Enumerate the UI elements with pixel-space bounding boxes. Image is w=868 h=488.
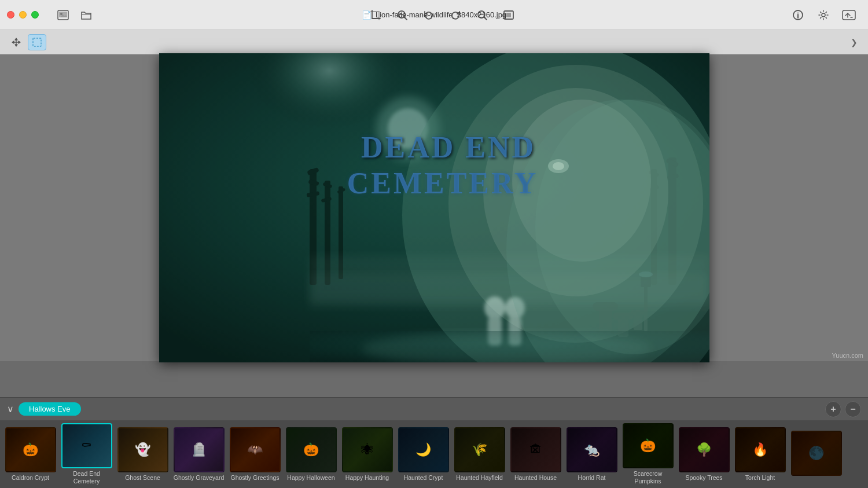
thumbnail-label-haunted-crypt: Haunted Crypt	[404, 474, 443, 482]
thumbnail-label-caldron-crypt: Caldron Crypt	[12, 474, 49, 482]
remove-category-button[interactable]: −	[845, 401, 861, 417]
thumbnail-image-horrid-rat: 🐀	[567, 427, 617, 472]
thumbnail-image-haunted-house: 🏚	[510, 427, 561, 472]
thumbnail-haunted-crypt[interactable]: 🌙Haunted Crypt	[396, 427, 450, 482]
thumbnail-image-caldron-crypt: 🎃	[5, 427, 56, 472]
thumbnail-haunted-hayfield[interactable]: 🌾Haunted Hayfield	[453, 427, 506, 482]
thumbnail-label-horrid-rat: Horrid Rat	[578, 474, 606, 482]
thumbnail-image-happy-halloween: 🎃	[286, 427, 337, 472]
svg-point-2	[60, 13, 62, 15]
thumbnail-icon-ghostly-graveyard: 🪦	[175, 428, 223, 471]
thumbnail-image-ghost-scene: 👻	[117, 427, 168, 472]
thumbnail-ghostly-greetings[interactable]: 🦇Ghostly Greetings	[228, 427, 282, 482]
thumbnail-ghostly-graveyard[interactable]: 🪦Ghostly Graveyard	[172, 427, 226, 482]
thumbnail-icon-ghostly-greetings: 🦇	[231, 428, 279, 471]
category-bar: ∨ Hallows Eve + −	[0, 397, 868, 420]
bottom-panel: ∨ Hallows Eve + − 🎃Caldron Crypt⚰Dead En…	[0, 397, 868, 488]
category-bar-controls: + −	[825, 401, 861, 417]
close-button[interactable]	[7, 11, 14, 19]
thumbnail-icon-happy-halloween: 🎃	[287, 428, 336, 471]
thumbnail-label-happy-haunting: Happy Haunting	[345, 474, 389, 482]
thumbnail-dead-end-cemetery[interactable]: ⚰Dead End Cemetery	[60, 423, 113, 485]
thumbnail-icon-scarecrow-pumpkins: 🎃	[624, 424, 672, 467]
thumbnail-happy-halloween[interactable]: 🎃Happy Halloween	[284, 427, 338, 482]
thumbnail-torch-light[interactable]: 🔥Torch Light	[733, 427, 787, 482]
thumbnail-image-happy-haunting: 🕷	[342, 427, 393, 472]
canvas-image: DEAD END CEMETERY DEAD END CEMETERY	[159, 53, 709, 362]
move-tool-button[interactable]	[7, 34, 25, 50]
thumbnail-ghost-scene[interactable]: 👻Ghost Scene	[116, 427, 170, 482]
svg-rect-7	[506, 13, 511, 17]
main-canvas-area: DEAD END CEMETERY DEAD END CEMETERY Yuuc…	[0, 54, 868, 361]
thumbnail-label-torch-light: Torch Light	[745, 474, 775, 482]
left-toolbar	[43, 5, 97, 25]
share-button[interactable]	[838, 4, 860, 26]
thumbnail-icon-haunted-crypt: 🌙	[399, 428, 448, 471]
svg-point-41	[484, 296, 505, 320]
secondary-toolbar: ❯	[0, 30, 868, 54]
thumbnail-happy-haunting[interactable]: 🕷Happy Haunting	[340, 427, 394, 482]
image-viewer-button[interactable]	[53, 5, 73, 25]
thumbnail-image-ghostly-graveyard: 🪦	[174, 427, 225, 472]
add-category-button[interactable]: +	[825, 401, 841, 417]
thumbnail-scarecrow-pumpkins[interactable]: 🎃Scarecrow Pumpkins	[621, 423, 675, 485]
svg-point-10	[822, 13, 825, 17]
thumbnail-icon-dead-end-cemetery: ⚰	[62, 424, 111, 467]
thumbnail-label-scarecrow-pumpkins: Scarecrow Pumpkins	[623, 470, 674, 485]
thumbnail-label-haunted-house: Haunted House	[514, 474, 557, 482]
thumbnail-icon-haunted-hayfield: 🌾	[455, 428, 504, 471]
thumbnail-icon-haunted-house: 🏚	[512, 428, 560, 471]
minimize-button[interactable]	[19, 11, 27, 19]
thumbnail-label-ghostly-graveyard: Ghostly Graveyard	[174, 474, 225, 482]
svg-text:DEAD END: DEAD END	[361, 131, 535, 164]
thumbnail-icon-happy-haunting: 🕷	[343, 428, 392, 471]
toolbar2-right: ❯	[847, 35, 861, 49]
thumbnail-spooky-trees[interactable]: 🌳Spooky Trees	[677, 427, 731, 482]
thumbnail-image-spooky-trees: 🌳	[679, 427, 730, 472]
thumbnail-image-last-item: 🌑	[791, 431, 842, 476]
thumbnail-horrid-rat[interactable]: 🐀Horrid Rat	[565, 427, 619, 482]
window-title: Lion-face-mane-wildlife_3840x2160.jpg	[376, 10, 506, 19]
thumbnail-label-happy-halloween: Happy Halloween	[287, 474, 334, 482]
thumbnail-label-spooky-trees: Spooky Trees	[685, 474, 722, 482]
thumbnails-strip: 🎃Caldron Crypt⚰Dead End Cemetery👻Ghost S…	[0, 420, 868, 488]
thumbnail-icon-last-item: 🌑	[792, 432, 841, 475]
category-collapse-button[interactable]: ∨	[7, 403, 14, 414]
thumbnail-icon-ghost-scene: 👻	[119, 428, 167, 471]
thumbnail-image-haunted-crypt: 🌙	[398, 427, 449, 472]
window-controls	[0, 5, 97, 25]
thumbnail-haunted-house[interactable]: 🏚Haunted House	[509, 427, 562, 482]
collapse-button[interactable]: ❯	[847, 35, 861, 49]
watermark: Yuucn.com	[832, 352, 863, 359]
svg-text:CEMETERY: CEMETERY	[347, 167, 538, 200]
thumbnail-image-torch-light: 🔥	[735, 427, 786, 472]
thumbnail-icon-horrid-rat: 🐀	[568, 428, 616, 471]
thumbnail-label-dead-end-cemetery: Dead End Cemetery	[61, 470, 112, 485]
thumbnail-icon-torch-light: 🔥	[736, 428, 785, 471]
thumbnail-caldron-crypt[interactable]: 🎃Caldron Crypt	[3, 427, 57, 482]
thumbnail-label-ghost-scene: Ghost Scene	[125, 474, 160, 482]
file-icon: 📄	[362, 10, 372, 20]
thumbnail-last-item[interactable]: 🌑	[789, 431, 843, 478]
thumbnail-image-dead-end-cemetery: ⚰	[61, 423, 112, 468]
category-tag[interactable]: Hallows Eve	[19, 402, 81, 416]
canvas-svg: DEAD END CEMETERY DEAD END CEMETERY	[159, 53, 709, 362]
thumbnail-label-haunted-hayfield: Haunted Hayfield	[456, 474, 503, 482]
svg-rect-12	[33, 38, 41, 46]
thumbnail-image-ghostly-greetings: 🦇	[230, 427, 281, 472]
svg-point-9	[797, 12, 799, 13]
info-button[interactable]	[787, 4, 809, 26]
thumbnail-icon-caldron-crypt: 🎃	[6, 428, 55, 471]
thumbnail-label-ghostly-greetings: Ghostly Greetings	[230, 474, 279, 482]
select-tool-button[interactable]	[28, 34, 46, 50]
thumbnail-image-haunted-hayfield: 🌾	[454, 427, 505, 472]
thumbnail-icon-spooky-trees: 🌳	[680, 428, 729, 471]
right-toolbar	[787, 4, 868, 26]
titlebar: 📄 Lion-face-mane-wildlife_3840x2160.jpg	[0, 0, 868, 30]
window-title-area: 📄 Lion-face-mane-wildlife_3840x2160.jpg	[362, 10, 506, 20]
thumbnail-image-scarecrow-pumpkins: 🎃	[623, 423, 674, 468]
settings-button[interactable]	[812, 4, 834, 26]
open-file-button[interactable]	[76, 5, 97, 25]
maximize-button[interactable]	[31, 11, 39, 19]
